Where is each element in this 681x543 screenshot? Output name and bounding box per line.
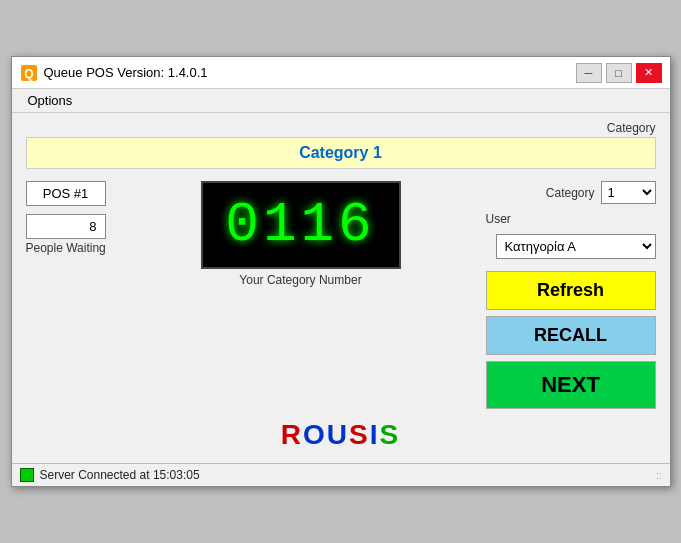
brand-row: ROUSIS (26, 419, 656, 451)
status-bar: Server Connected at 15:03:05 :: (12, 463, 670, 486)
title-bar-left: Q Queue POS Version: 1.4.0.1 (20, 64, 208, 82)
category-header-label: Category (26, 121, 656, 135)
people-waiting-label: People Waiting (26, 241, 116, 255)
brand-logo: ROUSIS (281, 419, 400, 451)
category-select[interactable]: 1 2 3 (601, 181, 656, 204)
category-select-label: Category (546, 186, 595, 200)
pos-label: POS #1 (26, 181, 106, 206)
menu-bar: Options (12, 89, 670, 113)
resize-grip: :: (656, 470, 662, 481)
connection-indicator (20, 468, 34, 482)
buttons-column: Refresh RECALL NEXT (486, 271, 656, 409)
category-select-row: Category 1 2 3 (546, 181, 656, 204)
category-banner: Category 1 (26, 137, 656, 169)
user-select[interactable]: Κατηγορία Α Κατηγορία Β (496, 234, 656, 259)
recall-button[interactable]: RECALL (486, 316, 656, 355)
main-window: Q Queue POS Version: 1.4.0.1 ─ □ ✕ Optio… (11, 56, 671, 487)
close-button[interactable]: ✕ (636, 63, 662, 83)
app-icon: Q (20, 64, 38, 82)
svg-text:Q: Q (24, 67, 33, 81)
left-panel: POS #1 8 People Waiting (26, 181, 116, 255)
title-bar: Q Queue POS Version: 1.4.0.1 ─ □ ✕ (12, 57, 670, 89)
queue-number-display: 0116 (201, 181, 401, 269)
refresh-button[interactable]: Refresh (486, 271, 656, 310)
menu-options[interactable]: Options (20, 91, 81, 110)
queue-number-caption: Your Category Number (239, 273, 361, 287)
people-waiting-value: 8 (26, 214, 106, 239)
window-title: Queue POS Version: 1.4.0.1 (44, 65, 208, 80)
status-text: Server Connected at 15:03:05 (40, 468, 200, 482)
right-panel: Category 1 2 3 User Κατηγορία Α Κατηγορί… (486, 181, 656, 409)
minimize-button[interactable]: ─ (576, 63, 602, 83)
middle-row: POS #1 8 People Waiting 0116 Your Catego… (26, 181, 656, 409)
main-content: Category Category 1 POS #1 8 People Wait… (12, 113, 670, 463)
next-button[interactable]: NEXT (486, 361, 656, 409)
maximize-button[interactable]: □ (606, 63, 632, 83)
user-label: User (486, 212, 511, 226)
title-controls: ─ □ ✕ (576, 63, 662, 83)
center-panel: 0116 Your Category Number (126, 181, 476, 287)
